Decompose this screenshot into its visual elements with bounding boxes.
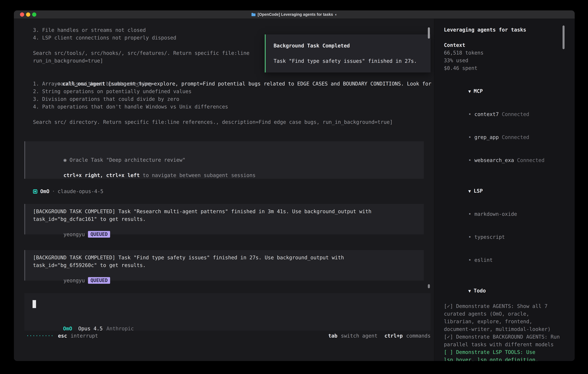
input-provider-label: Anthropic — [106, 326, 134, 332]
main-scrollbar-thumb[interactable] — [428, 27, 430, 39]
chevron-down-icon: ▼ — [468, 87, 471, 95]
bullet-icon: • — [468, 211, 471, 217]
loading-indicator-icon: ◐ — [335, 12, 337, 17]
session-title: Leveraging agents for tasks — [444, 26, 561, 34]
lsp-item: •eslint — [444, 249, 561, 272]
prompt-input[interactable]: OmOOpus 4.5Anthropic — [24, 293, 430, 331]
bullet-icon: • — [468, 157, 471, 163]
todo-item: [✓] Demonstrate BACKGROUND AGENTS: Run p… — [444, 333, 561, 348]
oracle-hint-keys: ctrl+x right, ctrl+x left — [63, 172, 140, 178]
message-text-line: [BACKGROUND TASK COMPLETED] Task "Resear… — [33, 208, 424, 215]
spinner-dots-icon: ········· — [26, 332, 54, 340]
lsp-heading: LSP — [474, 188, 483, 194]
input-model-label: Opus 4.5 — [78, 326, 103, 332]
message-author: yeongyu — [63, 231, 85, 237]
traffic-lights — [20, 10, 36, 19]
tool-call-item: 3. Division operations that could divide… — [33, 95, 434, 103]
todo-section-header[interactable]: ▼Todo — [444, 279, 561, 302]
tool-call-item: 4. Path operations that don't handle Win… — [33, 103, 434, 111]
context-spent: $0.46 spent — [444, 64, 561, 72]
zoom-button[interactable] — [32, 12, 36, 17]
queued-badge: QUEUED — [88, 277, 110, 284]
bullet-icon: • — [468, 257, 471, 263]
text-cursor — [32, 300, 36, 308]
esc-key-label: interrupt — [71, 332, 98, 340]
session-sidebar: Leveraging agents for tasks Context 66,5… — [434, 19, 575, 361]
window-title: [OpenCode] Leveraging agents for tasks — [258, 12, 333, 17]
message-text-line: [BACKGROUND TASK COMPLETED] Task "Find t… — [33, 254, 424, 261]
oracle-task-title: Oracle Task "Deep architecture review" — [67, 157, 186, 163]
tool-call-line: ⚙call_omo_agent [subagent_type=explore, … — [33, 72, 434, 80]
todo-item-active: [ ] Demonstrate LSP TOOLS: Use lsp_hover… — [444, 348, 561, 361]
message-text-line: task_id="bg_6f59260c" to get results. — [33, 261, 424, 269]
mcp-item: •websearch_exaConnected — [444, 149, 561, 172]
minimize-button[interactable] — [26, 12, 30, 17]
bullet-icon: • — [468, 134, 471, 140]
lsp-item: •typescript — [444, 226, 561, 249]
tab-key-label: switch agent — [341, 332, 378, 340]
ctrlp-key-hint: ctrl+p — [384, 332, 403, 340]
main-scrollbar-thumb-lower[interactable] — [428, 284, 430, 288]
sidebar-scrollbar-thumb[interactable] — [563, 25, 565, 49]
mcp-item: •grep_appConnected — [444, 126, 561, 149]
tool-call-args: [subagent_type=explore, prompt=Find pote… — [105, 81, 431, 87]
context-used: 33% used — [444, 57, 561, 64]
background-task-message: [BACKGROUND TASK COMPLETED] Task "Resear… — [24, 204, 424, 234]
mcp-heading: MCP — [474, 88, 483, 94]
tool-call-item: 2. String operations on potentially unde… — [33, 88, 434, 95]
oracle-task-title-row: ◉ Oracle Task "Deep architecture review" — [33, 148, 424, 156]
chat-transcript[interactable]: 3. File handles or streams not closed 4.… — [14, 19, 434, 361]
folder-icon — [251, 13, 256, 16]
tool-call-trailing: Search src/ directory. Return specific f… — [33, 118, 434, 126]
todo-heading: Todo — [474, 288, 486, 294]
message-text-line: task_id="bg_dcfac161" to get results. — [33, 215, 424, 223]
message-author: yeongyu — [63, 278, 85, 283]
agent-name: OmO — [40, 187, 49, 195]
status-bar: ········· esc interrupt tab switch agent… — [14, 332, 434, 340]
lsp-section-header[interactable]: ▼LSP — [444, 179, 561, 203]
lsp-item: •markdown-oxide — [444, 203, 561, 226]
tab-key-hint: tab — [328, 332, 337, 340]
bullet-icon: • — [468, 111, 471, 117]
record-dot-icon: ◉ — [63, 157, 67, 163]
esc-key-hint: esc — [58, 332, 67, 340]
toast-title: Background Task Completed — [273, 42, 423, 50]
toast-body: Task "Find type safety issues" finished … — [273, 57, 423, 65]
chevron-down-icon: ▼ — [468, 187, 471, 195]
separator-dot: · — [52, 187, 55, 195]
bullet-icon: • — [468, 234, 471, 240]
transcript-line: 3. File handles or streams not closed — [33, 26, 434, 34]
todo-item: [✓] Demonstrate AGENTS: Show all 7 curat… — [444, 302, 561, 333]
oracle-hint-text: to navigate between subagent sessions — [140, 172, 256, 178]
agent-header: OmO · claude-opus-4-5 — [33, 187, 434, 195]
omo-agent-icon — [33, 189, 37, 194]
terminal-window: [OpenCode] Leveraging agents for tasks ◐… — [14, 10, 575, 361]
input-meta-row: OmOOpus 4.5Anthropic — [32, 317, 422, 325]
queued-badge: QUEUED — [88, 231, 110, 238]
mcp-item: •context7Connected — [444, 103, 561, 126]
context-tokens: 66,518 tokens — [444, 49, 561, 57]
context-heading: Context — [444, 41, 561, 49]
window-title-group: [OpenCode] Leveraging agents for tasks ◐ — [251, 12, 337, 17]
input-agent-label: OmO — [63, 326, 72, 332]
oracle-hint-row: ctrl+x right, ctrl+x left to navigate be… — [33, 164, 424, 172]
ctrlp-key-label: commands — [406, 332, 430, 340]
mcp-section-header[interactable]: ▼MCP — [444, 80, 561, 103]
background-task-toast: Background Task Completed Task "Find typ… — [265, 34, 430, 73]
oracle-task-panel: ◉ Oracle Task "Deep architecture review"… — [24, 141, 424, 179]
agent-model: claude-opus-4-5 — [58, 187, 103, 195]
titlebar[interactable]: [OpenCode] Leveraging agents for tasks ◐ — [14, 10, 575, 19]
close-button[interactable] — [20, 12, 24, 17]
background-task-message: [BACKGROUND TASK COMPLETED] Task "Find t… — [24, 250, 424, 280]
chevron-down-icon: ▼ — [468, 287, 471, 295]
